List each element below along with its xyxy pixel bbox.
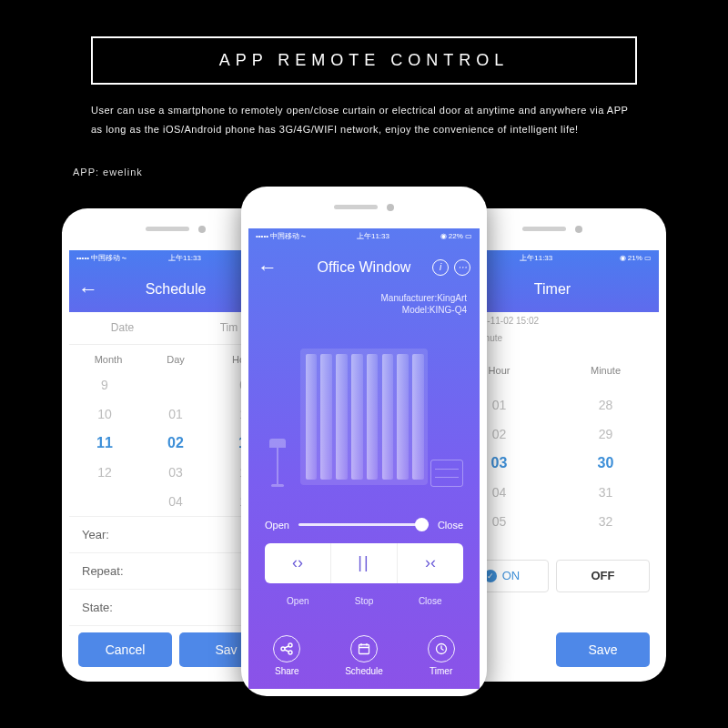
slider-track[interactable] — [298, 523, 429, 526]
bottom-actions: Share Schedule Timer — [248, 624, 480, 689]
screen-main: ••••• 中国移动 ⏦ 上午11:33 ◉ 22% ▭ ← Office Wi… — [248, 228, 480, 689]
back-arrow-icon[interactable]: ← — [78, 278, 98, 301]
info-icon[interactable]: i — [432, 259, 449, 276]
description: User can use a smartphone to remotely op… — [91, 101, 637, 139]
svg-line-11 — [441, 649, 444, 651]
banner-title: APP REMOTE CONTROL — [91, 36, 637, 85]
svg-point-2 — [288, 651, 292, 654]
svg-line-3 — [285, 646, 289, 648]
cancel-button[interactable]: Cancel — [78, 632, 172, 667]
stop-button[interactable]: || — [331, 543, 398, 583]
open-close-slider[interactable]: Open Close — [248, 512, 480, 543]
wheel-day: 01020304 — [140, 370, 211, 516]
dresser-icon — [430, 460, 463, 487]
schedule-button[interactable]: Schedule — [326, 635, 403, 676]
phone-main: ••••• 中国移动 ⏦ 上午11:33 ◉ 22% ▭ ← Office Wi… — [241, 187, 487, 696]
open-button[interactable]: ‹› — [265, 543, 331, 583]
svg-point-1 — [288, 643, 292, 647]
app-name-label: APP: ewelink — [73, 167, 728, 177]
svg-line-4 — [285, 650, 289, 652]
wheel-minute: Minute 2829303132 — [552, 356, 659, 536]
control-buttons: ‹› || ›‹ — [265, 543, 463, 583]
page-title: Timer — [534, 281, 571, 298]
control-labels: OpenStopClose — [265, 596, 463, 606]
phone-bezel — [241, 187, 487, 228]
timer-button[interactable]: Timer — [402, 635, 480, 676]
phones-group: ••••• 中国移动 ⏦ 上午11:33 ◉ 22% ▭ ← Schedule … — [0, 187, 728, 696]
page-title: Schedule — [146, 281, 207, 298]
pause-icon: || — [358, 553, 369, 572]
open-icon: ‹› — [292, 553, 303, 572]
share-button[interactable]: Share — [248, 635, 326, 676]
wheel-month: 9101112 — [69, 370, 140, 516]
curtain-illustration — [248, 321, 480, 512]
slider-close-label: Close — [438, 520, 463, 531]
device-meta: Manufacturer:KingArt Model:KING-Q4 — [248, 290, 480, 321]
tab-date[interactable]: Date — [69, 312, 176, 344]
header-main: ← Office Window i ⋯ — [248, 245, 480, 290]
more-icon[interactable]: ⋯ — [454, 259, 470, 276]
close-button[interactable]: ›‹ — [398, 543, 463, 583]
svg-point-0 — [281, 647, 285, 651]
slider-open-label: Open — [265, 520, 289, 531]
back-arrow-icon[interactable]: ← — [258, 256, 278, 279]
save-button[interactable]: Save — [556, 632, 650, 667]
device-title: Office Window — [318, 259, 411, 276]
lamp-icon — [267, 439, 288, 487]
share-icon — [273, 635, 300, 662]
calendar-icon — [350, 635, 378, 662]
slider-thumb[interactable] — [415, 518, 429, 531]
curtain-icon — [300, 349, 428, 485]
clock-icon — [428, 635, 455, 662]
status-bar: ••••• 中国移动 ⏦ 上午11:33 ◉ 22% ▭ — [248, 228, 480, 245]
close-icon: ›‹ — [425, 553, 436, 572]
svg-rect-5 — [359, 644, 369, 653]
timer-off-button[interactable]: OFF — [556, 560, 650, 592]
